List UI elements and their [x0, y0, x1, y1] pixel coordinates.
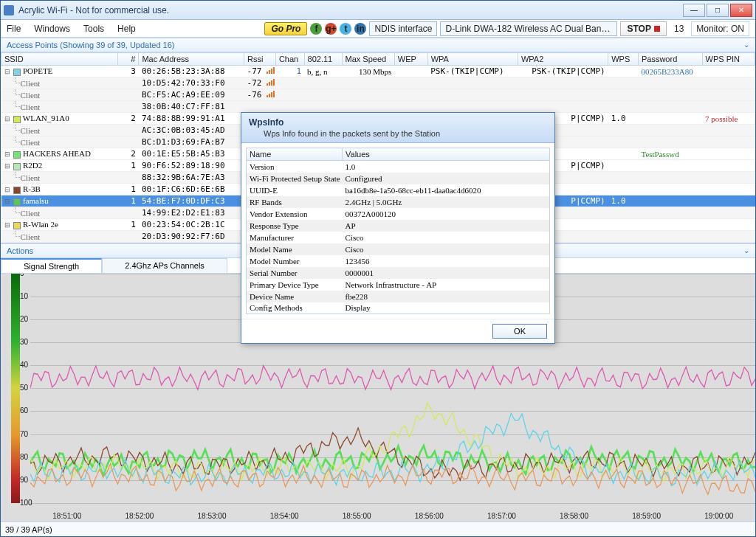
chart-series-line [30, 464, 755, 495]
col-wpspin[interactable]: WPS PIN [702, 53, 755, 66]
x-tick-label: 19:00:00 [704, 512, 733, 520]
x-tick-label: 18:58:00 [560, 512, 588, 520]
googleplus-icon[interactable]: g+ [325, 23, 337, 35]
menubar: File Windows Tools Help Go Pro f g+ t in… [1, 20, 755, 38]
chart-series-line [30, 366, 755, 390]
col-chan[interactable]: Chan [275, 53, 304, 66]
col-wep[interactable]: WEP [394, 53, 427, 66]
collapse-icon[interactable]: ⌄ [743, 246, 749, 255]
x-tick-label: 18:55:00 [343, 512, 371, 520]
x-tick-label: 18:57:00 [487, 512, 516, 520]
menu-file[interactable]: File [7, 24, 21, 34]
monitor-status[interactable]: Monitor: ON [691, 21, 749, 36]
ndis-dropdown[interactable]: NDIS interface [369, 21, 437, 36]
ok-button[interactable]: OK [492, 324, 547, 339]
dialog-subtitle: Wps Info found in the packets sent by th… [249, 129, 547, 138]
twitter-icon[interactable]: t [340, 23, 351, 35]
x-tick-label: 18:53:00 [198, 512, 227, 520]
col-rssi[interactable]: Rssi [244, 53, 276, 66]
gopro-button[interactable]: Go Pro [264, 22, 307, 35]
table-row-client[interactable]: Client10:D5:42:70:33:F0-72 [1, 77, 755, 89]
facebook-icon[interactable]: f [310, 23, 322, 35]
wpsinfo-table: Name Values Version1.0Wi-Fi Protected Se… [246, 148, 550, 314]
x-tick-label: 18:51:00 [52, 512, 81, 520]
minimize-button[interactable]: — [683, 4, 705, 17]
table-row-client[interactable]: Client38:0B:40:C7:FF:81 [1, 101, 755, 113]
col-mac[interactable]: Mac Address [139, 53, 244, 66]
wpsinfo-row: Version1.0 [247, 161, 550, 173]
menu-help[interactable]: Help [117, 24, 136, 34]
wpsinfo-row: Wi-Fi Protected Setup StateConfigured [247, 173, 550, 184]
status-text: 39 / 39 AP(s) [5, 525, 52, 534]
ap-section-header[interactable]: Access Points (Showing 39 of 39, Updated… [1, 38, 755, 52]
maximize-button[interactable]: □ [707, 4, 729, 17]
col-name[interactable]: Name [247, 148, 343, 161]
col-maxspeed[interactable]: Max Speed [342, 53, 394, 66]
wpsinfo-dialog[interactable]: WpsInfo Wps Info found in the packets se… [241, 112, 555, 344]
x-tick-label: 18:59:00 [632, 512, 661, 520]
wpsinfo-row: Vendor Extension00372A000120 [247, 208, 550, 220]
tab-signal-strength[interactable]: Signal Strength [1, 258, 102, 273]
x-tick-label: 18:52:00 [125, 512, 154, 520]
chart-series-line [30, 428, 755, 480]
table-row-ap[interactable]: ⊟ POPETE300:26:5B:23:3A:88-77 1b, g, n13… [1, 66, 755, 77]
statusbar: 39 / 39 AP(s) [1, 522, 755, 536]
close-button[interactable]: ✕ [730, 4, 752, 17]
wpsinfo-row: Model NameCisco [247, 243, 550, 255]
packet-count: 13 [670, 24, 688, 34]
linkedin-icon[interactable]: in [354, 23, 366, 35]
tab-24ghz-channels[interactable]: 2.4Ghz APs Channels [102, 258, 227, 273]
actions-title: Actions [7, 246, 33, 255]
dialog-title: WpsInfo [249, 117, 547, 128]
col-password[interactable]: Password [638, 53, 702, 66]
collapse-icon[interactable]: ⌄ [743, 41, 749, 49]
wpsinfo-row: Model Number123456 [247, 255, 550, 267]
wpsinfo-row: Serial Number0000001 [247, 267, 550, 279]
menu-tools[interactable]: Tools [83, 24, 104, 34]
app-icon [4, 5, 14, 15]
dialog-header[interactable]: WpsInfo Wps Info found in the packets se… [241, 113, 554, 143]
col-wpa2[interactable]: WPA2 [518, 53, 608, 66]
col-wpa[interactable]: WPA [427, 53, 518, 66]
x-tick-label: 18:56:00 [415, 512, 444, 520]
stop-button[interactable]: STOP [620, 21, 666, 36]
col-ssid[interactable]: SSID [1, 53, 118, 66]
window-title: Acrylic Wi-Fi - Not for commercial use. [18, 5, 683, 15]
col-values[interactable]: Values [343, 148, 550, 161]
table-row-client[interactable]: ClientBC:F5:AC:A9:EE:09-76 [1, 89, 755, 101]
wpsinfo-row: ManufacturerCisco [247, 232, 550, 243]
wpsinfo-row: Config MethodsDisplay [247, 302, 550, 314]
x-tick-label: 18:54:00 [270, 512, 299, 520]
col-count[interactable]: # [117, 53, 139, 66]
titlebar[interactable]: Acrylic Wi-Fi - Not for commercial use. … [1, 1, 755, 20]
col-wps[interactable]: WPS [608, 53, 639, 66]
ap-section-title: Access Points (Showing 39 of 39, Updated… [7, 41, 174, 49]
wpsinfo-row: RF Bands2.4GHz | 5.0GHz [247, 196, 550, 208]
wpsinfo-row: Device Namefbe228 [247, 291, 550, 302]
col-80211[interactable]: 802.11 [304, 53, 342, 66]
wpsinfo-row: UUID-Eba16db8e-1a50-68cc-eb11-daa0ac4d60… [247, 184, 550, 196]
adapter-dropdown[interactable]: D-Link DWA-182 Wireless AC Dual Band USB… [440, 21, 617, 36]
menu-windows[interactable]: Windows [34, 24, 70, 34]
wpsinfo-row: Primary Device TypeNetwork Infrastructur… [247, 279, 550, 291]
chart-series-line [30, 403, 755, 482]
wpsinfo-row: Response TypeAP [247, 220, 550, 232]
